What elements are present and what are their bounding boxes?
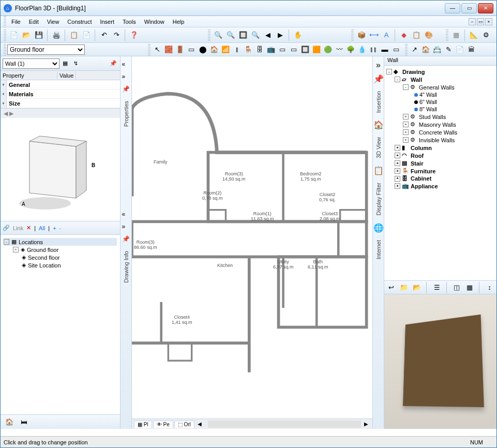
- info-expand-icon[interactable]: »: [122, 223, 130, 231]
- fence-tool-icon[interactable]: ⫿⫿: [368, 44, 379, 55]
- zoom-in-icon[interactable]: 🔍: [213, 29, 224, 41]
- link-icon[interactable]: 🔗: [3, 225, 10, 231]
- tab-plan[interactable]: ▦ Pl: [134, 421, 152, 428]
- catalog-tree[interactable]: -◈Drawing -▱Wall -⚙General Walls 4" Wall…: [384, 66, 496, 281]
- color-icon[interactable]: 🎨: [423, 29, 434, 41]
- object-selector[interactable]: Wall (1): [3, 58, 59, 69]
- floor-selector[interactable]: Ground floor: [7, 44, 85, 55]
- col-property[interactable]: Property: [1, 72, 57, 79]
- plant-tool-icon[interactable]: 🌳: [345, 44, 356, 55]
- menu-insert[interactable]: Insert: [96, 18, 118, 26]
- menu-help[interactable]: Help: [169, 18, 189, 26]
- save-icon[interactable]: 💾: [33, 29, 44, 41]
- cat-pin-icon[interactable]: 📌: [373, 74, 384, 84]
- filter-right-icon[interactable]: 📋: [373, 166, 384, 175]
- all-button[interactable]: All: [39, 225, 45, 231]
- wall-tool-icon[interactable]: 🧱: [163, 44, 174, 55]
- bldg-icon[interactable]: 🏛: [465, 44, 477, 55]
- extra2-icon[interactable]: ▭: [288, 44, 299, 55]
- mdi-close-icon[interactable]: ×: [485, 18, 492, 25]
- menu-window[interactable]: Window: [140, 18, 169, 26]
- roof-tool-icon[interactable]: 🏠: [208, 44, 220, 55]
- zoom-out-icon[interactable]: 🔍: [225, 29, 236, 41]
- select-tool-icon[interactable]: ↖: [152, 44, 163, 55]
- tab-3dview[interactable]: 3D View: [374, 134, 383, 161]
- pan-icon[interactable]: ✋: [292, 29, 304, 41]
- mdi-restore-icon[interactable]: ▭: [477, 18, 484, 25]
- apply-icon[interactable]: ↯: [71, 59, 80, 68]
- locations-tree[interactable]: -▦Locations +◈Ground floor ◈Second floor…: [1, 235, 120, 414]
- prop-collapse-icon[interactable]: «: [122, 61, 130, 69]
- house3d-icon[interactable]: 🏠: [373, 120, 384, 130]
- cat-view2-icon[interactable]: ▦: [465, 282, 475, 293]
- zoom-next-icon[interactable]: ▶: [275, 29, 286, 41]
- minimize-button[interactable]: —: [445, 3, 460, 13]
- zoom-window-icon[interactable]: 🔲: [237, 29, 249, 41]
- cat-list-icon[interactable]: ☰: [432, 282, 442, 293]
- redo-icon[interactable]: ↷: [111, 29, 122, 41]
- info-collapse-icon[interactable]: «: [122, 211, 130, 219]
- zoom-prev-icon[interactable]: ◀: [262, 29, 274, 41]
- cat-view1-icon[interactable]: ◫: [452, 282, 462, 293]
- legend-icon[interactable]: 📋: [411, 29, 422, 41]
- cat-back-icon[interactable]: ↩: [386, 282, 396, 293]
- tab-drawing-info[interactable]: Drawing Info: [122, 248, 130, 286]
- dimension-icon[interactable]: ⟷: [368, 29, 380, 41]
- text-tool-icon[interactable]: A: [381, 29, 392, 41]
- view-2d-icon[interactable]: 🏠: [4, 416, 15, 428]
- move-icon[interactable]: ↗: [409, 44, 420, 55]
- window-tool-icon[interactable]: ▭: [186, 44, 197, 55]
- cat-folder2-icon[interactable]: 📂: [412, 282, 422, 293]
- net-icon[interactable]: 🌐: [373, 223, 384, 233]
- menu-construct[interactable]: Construct: [63, 18, 96, 26]
- settings-icon[interactable]: ⚙: [480, 29, 492, 41]
- tab-perspective[interactable]: 👁 Pe: [153, 421, 173, 428]
- tab-display-filter[interactable]: Display Filter: [374, 180, 383, 219]
- menu-tools[interactable]: Tools: [118, 18, 140, 26]
- furniture-tool-icon[interactable]: 🪑: [243, 44, 254, 55]
- extra3-icon[interactable]: 🔲: [299, 44, 311, 55]
- appliance-tool-icon[interactable]: 📺: [265, 44, 277, 55]
- cabinet-tool-icon[interactable]: 🗄: [254, 44, 265, 55]
- prop-pin-icon[interactable]: 📌: [122, 85, 130, 94]
- property-grid[interactable]: PropertyValue +General +Materials +Size: [1, 71, 120, 109]
- deck-tool-icon[interactable]: ▬: [379, 44, 390, 55]
- scroll-left-icon[interactable]: ◀: [195, 421, 204, 427]
- eraser-icon[interactable]: ◆: [398, 29, 410, 41]
- floorplan-canvas[interactable]: FamilyRoom(3)14,50 sq.mBedroom21,75 sq.m…: [132, 56, 372, 419]
- prop-expand-icon[interactable]: »: [122, 73, 130, 81]
- cat-collapse-icon[interactable]: »: [376, 61, 381, 70]
- paste-icon[interactable]: 📄: [81, 29, 92, 41]
- delete-icon[interactable]: ✕: [26, 225, 31, 231]
- extra4-icon[interactable]: 🟧: [311, 44, 322, 55]
- 3d-view-icon[interactable]: 📦: [356, 29, 367, 41]
- pool-tool-icon[interactable]: 💧: [356, 44, 368, 55]
- help-icon[interactable]: ❓: [128, 29, 140, 41]
- new-file-icon[interactable]: 📄: [8, 29, 20, 41]
- doc-icon[interactable]: 📄: [454, 44, 465, 55]
- close-button[interactable]: ✕: [478, 3, 493, 13]
- open-file-icon[interactable]: 📂: [21, 29, 32, 41]
- expand-button[interactable]: +: [53, 225, 56, 231]
- maximize-button[interactable]: ▭: [461, 3, 477, 13]
- copy-icon[interactable]: 📋: [68, 29, 80, 41]
- door-tool-icon[interactable]: 🚪: [174, 44, 186, 55]
- print-icon[interactable]: 🖨️: [51, 29, 62, 41]
- tab-internet[interactable]: Internet: [374, 237, 383, 262]
- cat-folder-icon[interactable]: 📁: [399, 282, 409, 293]
- cat-sort-icon[interactable]: ↕: [485, 282, 494, 293]
- tab-insertion[interactable]: Insertion: [374, 88, 383, 116]
- undo-icon[interactable]: ↶: [98, 29, 110, 41]
- column-tool-icon[interactable]: ⬤: [197, 44, 208, 55]
- railing-tool-icon[interactable]: ⫿: [231, 44, 243, 55]
- extra5-icon[interactable]: ▭: [390, 44, 402, 55]
- info-pin-icon[interactable]: 📌: [122, 235, 130, 244]
- menu-view[interactable]: View: [43, 18, 64, 26]
- edit-icon[interactable]: ✎: [443, 44, 454, 55]
- zoom-extents-icon[interactable]: 🔍: [250, 29, 261, 41]
- grid-icon[interactable]: ▦: [450, 29, 462, 41]
- menu-file[interactable]: File: [7, 18, 25, 26]
- layer-icon[interactable]: 📇: [431, 44, 443, 55]
- path-tool-icon[interactable]: 〰: [334, 44, 345, 55]
- snap-icon[interactable]: 📐: [468, 29, 479, 41]
